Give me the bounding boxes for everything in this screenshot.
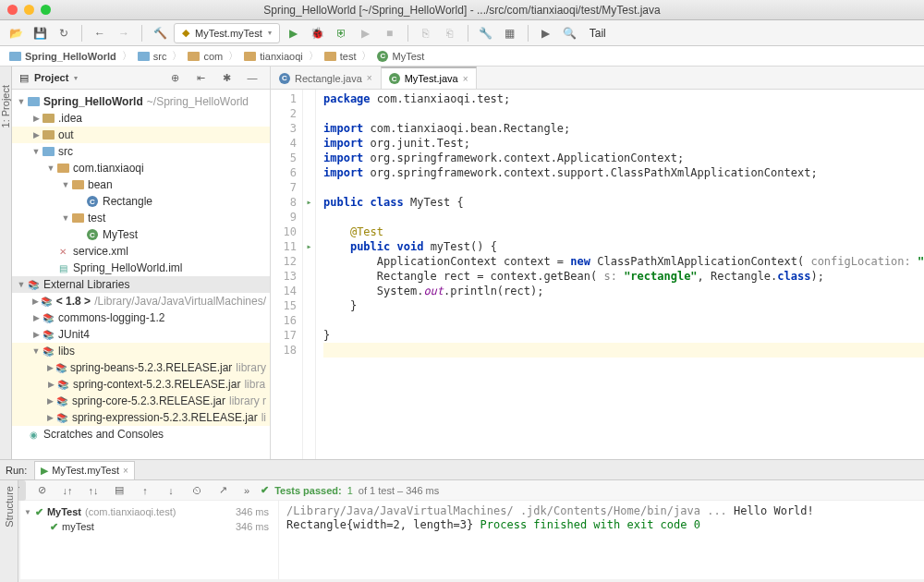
- run-config-selector[interactable]: ◆MyTest.myTest▾: [174, 23, 280, 43]
- structure-icon[interactable]: ▦: [500, 23, 520, 43]
- console-output[interactable]: /Library/Java/JavaVirtualMachines/ .jdk/…: [279, 501, 924, 579]
- left-gutter: 1: Project: [0, 67, 12, 459]
- sort-icon[interactable]: ↓↑: [57, 480, 78, 501]
- main-toolbar: 📂 💾 ↻ ← → 🔨 ◆MyTest.myTest▾ ▶ 🐞 ⛨ ▶ ■ ⎘ …: [0, 20, 924, 46]
- run-tab[interactable]: ▶MyTest.myTest×: [34, 461, 135, 479]
- next-icon[interactable]: ↓: [161, 480, 181, 501]
- project-tree[interactable]: ▼Spring_HelloWorld ~/Spring_HelloWorld ▶…: [12, 90, 270, 459]
- code-area[interactable]: 123456789101112131415161718 ▸ ▸ package …: [271, 90, 924, 459]
- run-tree[interactable]: ▼✔MyTest (com.tianxiaoqi.test)346 ms ✔my…: [20, 501, 279, 579]
- skip-icon[interactable]: ⊘: [31, 480, 52, 501]
- source-text[interactable]: package com.tianxiaoqi.test; import com.…: [316, 90, 924, 459]
- vcs-icon2[interactable]: ⎗: [440, 23, 460, 43]
- run-anything-icon[interactable]: ▶: [536, 23, 556, 43]
- build-icon[interactable]: 🔨: [150, 23, 170, 43]
- run-toolbar: ✔ ⊘ ↓↑ ↑↓ ▤ ↑ ↓ ⏲ ↗ » ✔ Tests passed: 1 …: [0, 480, 924, 501]
- sort-icon[interactable]: ↑↓: [83, 480, 103, 501]
- close-icon[interactable]: ×: [463, 74, 468, 84]
- structure-toolwindow-tab[interactable]: Structure: [4, 486, 15, 527]
- time-icon: ⏲: [187, 480, 207, 501]
- coverage-icon[interactable]: ⛨: [332, 23, 352, 43]
- editor-tab[interactable]: CMyTest.java×: [381, 67, 477, 89]
- editor: CRectangle.java× CMyTest.java× 123456789…: [271, 67, 924, 459]
- breadcrumb: Spring_HelloWorld 〉 src 〉 com 〉 tianxiao…: [0, 46, 924, 67]
- editor-tab[interactable]: CRectangle.java×: [271, 67, 381, 89]
- crumb-item[interactable]: C MyTest: [377, 51, 424, 62]
- settings-icon[interactable]: ✱: [216, 67, 237, 88]
- vcs-icon[interactable]: ⎘: [416, 23, 436, 43]
- close-icon[interactable]: ×: [367, 73, 372, 83]
- back-icon[interactable]: ←: [90, 23, 110, 43]
- crumb-item[interactable]: com: [188, 51, 223, 62]
- run-icon[interactable]: ▶: [284, 23, 304, 43]
- line-gutter: 123456789101112131415161718: [271, 90, 303, 459]
- separator: [468, 25, 468, 42]
- marker-gutter: ▸ ▸: [303, 90, 316, 459]
- status-label: Tests passed:: [274, 485, 342, 496]
- crumb-item[interactable]: tianxiaoqi: [244, 51, 302, 62]
- hide-icon[interactable]: —: [242, 67, 262, 88]
- stop-icon[interactable]: ■: [380, 23, 400, 43]
- crumb-item[interactable]: test: [324, 51, 357, 62]
- separator: [81, 25, 82, 42]
- run-gutter-icon[interactable]: ▸: [303, 195, 315, 210]
- pass-icon: ✔: [261, 484, 269, 496]
- save-icon[interactable]: 💾: [30, 23, 50, 43]
- profile-icon[interactable]: ▶: [356, 23, 376, 43]
- crumb-item[interactable]: src: [138, 51, 167, 62]
- tail-label: Tail: [590, 27, 606, 40]
- wrench-icon[interactable]: 🔧: [476, 23, 496, 43]
- run-label: Run:: [6, 465, 27, 476]
- project-toolwindow-tab[interactable]: 1: Project: [0, 85, 11, 127]
- run-gutter-icon[interactable]: ▸: [303, 239, 315, 254]
- separator: [528, 25, 529, 42]
- search-everywhere-icon[interactable]: 🔍: [560, 23, 580, 43]
- close-icon[interactable]: ×: [123, 466, 128, 476]
- debug-icon[interactable]: 🐞: [308, 23, 328, 43]
- forward-icon[interactable]: →: [114, 23, 134, 43]
- window-title: Spring_HelloWorld [~/Spring_HelloWorld] …: [0, 4, 924, 17]
- editor-tabs: CRectangle.java× CMyTest.java×: [271, 67, 924, 90]
- separator: [407, 25, 408, 42]
- prev-icon[interactable]: ↑: [135, 480, 155, 501]
- run-panel: Run: ▶MyTest.myTest× ✔ ⊘ ↓↑ ↑↓ ▤ ↑ ↓ ⏲ ↗…: [0, 459, 924, 579]
- open-icon[interactable]: 📂: [6, 23, 26, 43]
- refresh-icon[interactable]: ↻: [54, 23, 74, 43]
- export-icon[interactable]: ↗: [213, 480, 233, 501]
- run-config-label: MyTest.myTest: [195, 28, 262, 39]
- locate-icon[interactable]: ⊕: [164, 67, 185, 88]
- crumb-item[interactable]: Spring_HelloWorld: [9, 51, 116, 62]
- collapse-icon[interactable]: ⇤: [190, 67, 211, 88]
- project-panel: ▤Project▾ ⊕ ⇤ ✱ — ▼Spring_HelloWorld ~/S…: [12, 67, 271, 459]
- expand-icon[interactable]: ▤: [109, 480, 129, 501]
- separator: [141, 25, 142, 42]
- project-head-label: Project: [34, 72, 68, 83]
